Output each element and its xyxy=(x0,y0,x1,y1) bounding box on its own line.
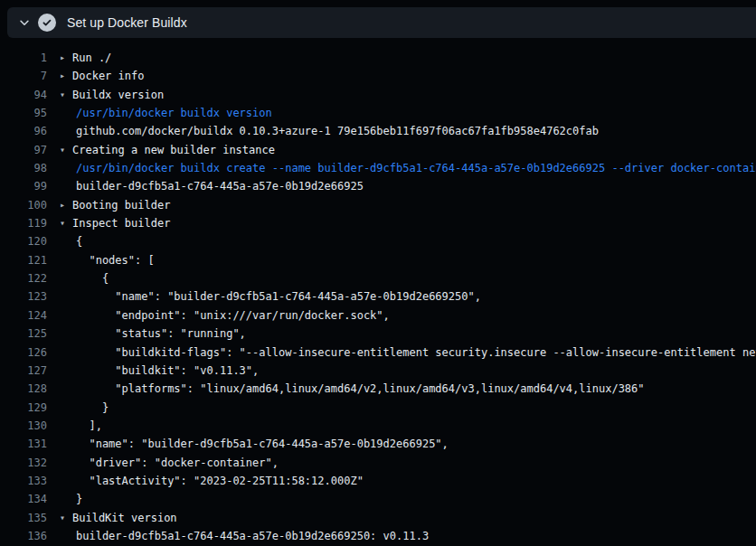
line-number[interactable]: 98 xyxy=(0,159,47,177)
log-group-line[interactable]: 100 ▸ Booting builder xyxy=(0,196,756,214)
log-text: "status": "running", xyxy=(76,325,246,343)
log-line: 96 github.com/docker/buildx 0.10.3+azure… xyxy=(0,122,756,140)
log-text: "buildkitd-flags": "--allow-insecure-ent… xyxy=(76,344,756,362)
log-text: builder-d9cfb5a1-c764-445a-a57e-0b19d2e6… xyxy=(76,177,364,195)
line-number[interactable]: 1 xyxy=(0,49,47,67)
log-group-line[interactable]: 97 ▾ Creating a new builder instance xyxy=(0,141,756,159)
log-line: 126 "buildkitd-flags": "--allow-insecure… xyxy=(0,344,756,362)
group-triangle-icon: ▾ xyxy=(60,214,72,232)
log-line: 99 builder-d9cfb5a1-c764-445a-a57e-0b19d… xyxy=(0,177,756,195)
log-line: 134 } xyxy=(0,490,756,508)
step-header[interactable]: Set up Docker Buildx xyxy=(7,7,756,38)
log-text: "name": "builder-d9cfb5a1-c764-445a-a57e… xyxy=(76,287,481,306)
log-line: 132 "driver": "docker-container", xyxy=(0,454,756,472)
line-number[interactable]: 120 xyxy=(0,232,47,250)
line-number[interactable]: 136 xyxy=(0,527,47,545)
line-number[interactable]: 128 xyxy=(0,380,47,398)
log-text: "name": "builder-d9cfb5a1-c764-445a-a57e… xyxy=(76,435,449,453)
log-group-line[interactable]: 7 ▸ Docker info xyxy=(0,67,756,85)
step-title: Set up Docker Buildx xyxy=(67,15,187,30)
log-text: Buildx version xyxy=(72,86,164,104)
log-line: 95 /usr/bin/docker buildx version xyxy=(0,104,756,122)
line-number[interactable]: 129 xyxy=(0,399,47,417)
log-line: 136 builder-d9cfb5a1-c764-445a-a57e-0b19… xyxy=(0,527,756,545)
log-text: builder-d9cfb5a1-c764-445a-a57e-0b19d2e6… xyxy=(76,527,429,545)
log-text: Booting builder xyxy=(72,196,170,214)
log-line: 130 ], xyxy=(0,417,756,435)
log-line: 123 "name": "builder-d9cfb5a1-c764-445a-… xyxy=(0,287,756,306)
log-text: } xyxy=(76,399,109,417)
log-text: "nodes": [ xyxy=(76,251,155,269)
log-text: "platforms": "linux/amd64,linux/amd64/v2… xyxy=(76,380,645,398)
line-number[interactable]: 130 xyxy=(0,417,47,435)
log-text: "driver": "docker-container", xyxy=(76,454,279,472)
group-triangle-icon: ▾ xyxy=(60,509,72,527)
log-text: { xyxy=(76,269,109,287)
log-text: { xyxy=(76,232,82,250)
line-number[interactable]: 97 xyxy=(0,141,47,159)
line-number[interactable]: 133 xyxy=(0,472,47,490)
log-group-line[interactable]: 94 ▾ Buildx version xyxy=(0,86,756,104)
log-line: 127 "buildkit": "v0.11.3", xyxy=(0,362,756,380)
line-number[interactable]: 125 xyxy=(0,325,47,343)
log-text: ], xyxy=(76,417,102,435)
log-group-line[interactable]: 1 ▸ Run ./ xyxy=(0,49,756,67)
line-number[interactable]: 124 xyxy=(0,306,47,325)
log-text: } xyxy=(76,490,82,508)
log-text: /usr/bin/docker buildx create --name bui… xyxy=(76,159,756,177)
line-number[interactable]: 127 xyxy=(0,362,47,380)
log-line: 125 "status": "running", xyxy=(0,325,756,343)
actions-log-page: Set up Docker Buildx 1 ▸ Run ./ 7 ▸ Dock… xyxy=(0,0,756,546)
log-viewer: 1 ▸ Run ./ 7 ▸ Docker info 94 ▾ Buildx v… xyxy=(0,38,756,546)
log-text: Docker info xyxy=(72,67,144,85)
line-number[interactable]: 121 xyxy=(0,251,47,269)
log-text: "buildkit": "v0.11.3", xyxy=(76,362,259,380)
group-triangle-icon: ▸ xyxy=(60,196,72,214)
log-text: Creating a new builder instance xyxy=(72,141,275,159)
log-line: 98 /usr/bin/docker buildx create --name … xyxy=(0,159,756,177)
chevron-down-icon[interactable] xyxy=(17,15,32,30)
group-triangle-icon: ▾ xyxy=(60,141,72,159)
line-number[interactable]: 132 xyxy=(0,454,47,472)
log-group-line[interactable]: 119 ▾ Inspect builder xyxy=(0,214,756,232)
line-number[interactable]: 95 xyxy=(0,104,47,122)
log-line: 128 "platforms": "linux/amd64,linux/amd6… xyxy=(0,380,756,398)
group-triangle-icon: ▸ xyxy=(60,67,72,85)
line-number[interactable]: 131 xyxy=(0,435,47,453)
line-number[interactable]: 122 xyxy=(0,269,47,287)
log-text: Inspect builder xyxy=(72,214,170,232)
log-line: 133 "lastActivity": "2023-02-25T11:58:12… xyxy=(0,472,756,490)
log-line: 122 { xyxy=(0,269,756,287)
line-number[interactable]: 99 xyxy=(0,177,47,195)
line-number[interactable]: 96 xyxy=(0,122,47,140)
log-group-line[interactable]: 135 ▾ BuildKit version xyxy=(0,509,756,527)
log-text: "endpoint": "unix:///var/run/docker.sock… xyxy=(76,306,390,325)
log-line: 121 "nodes": [ xyxy=(0,251,756,269)
line-number[interactable]: 135 xyxy=(0,509,47,527)
log-text: "lastActivity": "2023-02-25T11:58:12.000… xyxy=(76,472,364,490)
line-number[interactable]: 123 xyxy=(0,287,47,306)
check-circle-icon xyxy=(38,14,56,32)
line-number[interactable]: 7 xyxy=(0,67,47,85)
log-text: BuildKit version xyxy=(72,509,177,527)
log-line: 120 { xyxy=(0,232,756,250)
line-number[interactable]: 126 xyxy=(0,344,47,362)
line-number[interactable]: 119 xyxy=(0,214,47,232)
group-triangle-icon: ▾ xyxy=(60,86,72,104)
log-text: /usr/bin/docker buildx version xyxy=(76,104,272,122)
log-text: Run ./ xyxy=(72,49,111,67)
line-number[interactable]: 94 xyxy=(0,86,47,104)
line-number[interactable]: 100 xyxy=(0,196,47,214)
line-number[interactable]: 134 xyxy=(0,490,47,508)
log-line: 129 } xyxy=(0,399,756,417)
log-line: 124 "endpoint": "unix:///var/run/docker.… xyxy=(0,306,756,325)
group-triangle-icon: ▸ xyxy=(60,49,72,67)
log-line: 131 "name": "builder-d9cfb5a1-c764-445a-… xyxy=(0,435,756,453)
log-text: github.com/docker/buildx 0.10.3+azure-1 … xyxy=(76,122,599,140)
